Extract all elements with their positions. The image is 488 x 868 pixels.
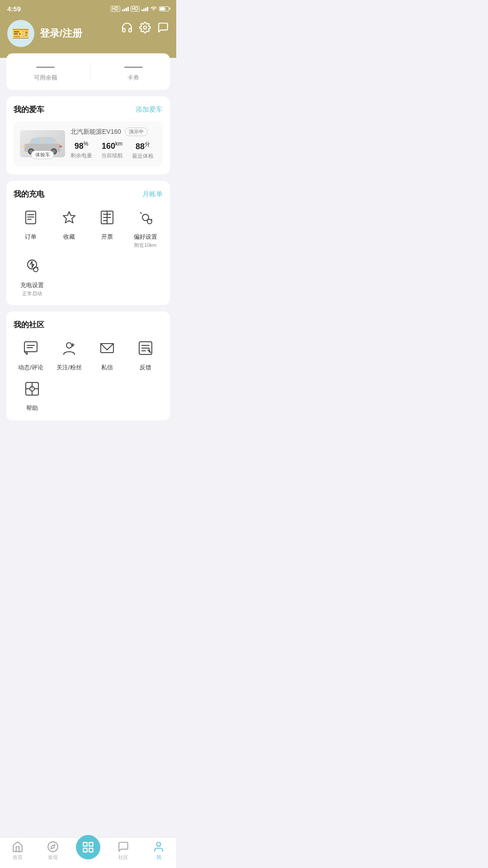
community-icons-grid: 动态/评论 关注/粉丝 xyxy=(14,336,163,372)
signal-bars2 xyxy=(141,6,148,11)
status-time: 4:59 xyxy=(7,5,21,13)
balance-divider xyxy=(90,61,91,82)
my-car-title: 我的爱车 xyxy=(14,104,44,115)
health-value: 88分 xyxy=(132,141,154,151)
feedback-icon xyxy=(134,336,157,360)
message-header-icon[interactable] xyxy=(157,22,169,33)
battery-level: 60 xyxy=(160,7,169,10)
avatar[interactable]: 🎫 xyxy=(7,20,34,47)
coupon-item[interactable]: —— 卡券 xyxy=(124,61,142,82)
svg-rect-9 xyxy=(59,146,62,147)
follow-icon-item[interactable]: 关注/粉丝 xyxy=(52,336,87,372)
header-right xyxy=(121,20,169,33)
available-balance-item[interactable]: —— 可用余额 xyxy=(34,61,57,82)
private-message-icon-item[interactable]: 私信 xyxy=(90,336,125,372)
favorite-icon xyxy=(57,206,81,229)
battery-label: 剩余电量 xyxy=(70,152,92,160)
dynamic-icon-item[interactable]: 动态/评论 xyxy=(14,336,48,372)
charging-title: 我的充电 xyxy=(14,189,44,199)
charging-header: 我的充电 月账单 xyxy=(14,189,163,199)
svg-rect-8 xyxy=(23,146,26,147)
community-header: 我的社区 xyxy=(14,320,163,330)
health-label: 最近体检 xyxy=(132,152,154,160)
invoice-icon-item[interactable]: 开票 xyxy=(90,206,125,249)
preference-icon xyxy=(134,206,157,229)
help-icon: ? xyxy=(20,377,44,401)
range-metric: 160km 当前续航 xyxy=(101,141,123,160)
wifi-icon xyxy=(150,6,157,11)
available-balance-value: —— xyxy=(34,61,57,72)
invoice-label: 开票 xyxy=(101,233,113,241)
car-metrics: 98% 剩余电量 160km 当前续航 88分 xyxy=(70,141,156,160)
settings-icon[interactable] xyxy=(139,22,151,33)
charging-icons-row1: 订单 收藏 xyxy=(14,206,163,249)
header-left: 🎫 登录/注册 xyxy=(7,20,82,47)
monthly-bill-button[interactable]: 月账单 xyxy=(142,190,163,198)
balance-card: —— 可用余额 —— 卡券 xyxy=(6,53,170,90)
available-balance-label: 可用余额 xyxy=(34,74,57,82)
charging-icons-row2: 充电设置 正常启动 xyxy=(14,254,163,297)
hd-label: HD xyxy=(111,6,120,12)
help-label: 帮助 xyxy=(26,404,38,412)
svg-marker-14 xyxy=(63,212,75,223)
my-car-section: 我的爱车 添加爱车 xyxy=(6,96,170,175)
my-charging-section: 我的充电 月账单 订单 xyxy=(6,181,170,305)
svg-text:?: ? xyxy=(30,387,33,392)
range-value: 160km xyxy=(101,141,123,151)
status-bar: 4:59 HD HD xyxy=(0,0,176,16)
header: 🎫 登录/注册 xyxy=(0,16,176,58)
favorite-icon-item[interactable]: 收藏 xyxy=(52,206,87,249)
coupon-label: 卡券 xyxy=(124,74,142,82)
svg-point-0 xyxy=(144,26,147,29)
my-community-section: 我的社区 动态/评论 xyxy=(6,311,170,420)
order-icon-item[interactable]: 订单 xyxy=(14,206,48,249)
headphone-icon[interactable] xyxy=(121,22,133,33)
car-name: 北汽新能源EV160 xyxy=(70,128,121,136)
car-name-row: 北汽新能源EV160 演示中 xyxy=(70,127,156,136)
invoice-icon xyxy=(95,206,119,229)
hd-label2: HD xyxy=(131,6,140,12)
feedback-icon-item[interactable]: 反馈 xyxy=(128,336,163,372)
preference-sublabel: 附近10km xyxy=(134,242,156,249)
order-icon xyxy=(19,206,42,229)
demo-badge: 演示中 xyxy=(125,127,148,136)
range-label: 当前续航 xyxy=(101,152,123,160)
help-icon-item[interactable]: ? 帮助 xyxy=(14,377,51,412)
dynamic-icon xyxy=(19,336,42,360)
svg-rect-3 xyxy=(44,138,53,143)
car-image-container: 体验车 xyxy=(20,130,65,157)
favorite-label: 收藏 xyxy=(63,233,75,241)
community-title: 我的社区 xyxy=(14,320,44,330)
follow-label: 关注/粉丝 xyxy=(56,363,82,372)
car-stats: 北汽新能源EV160 演示中 98% 剩余电量 160km xyxy=(70,127,156,160)
add-car-button[interactable]: 添加爱车 xyxy=(136,105,163,114)
preference-label: 偏好设置 xyxy=(134,233,157,241)
follow-icon xyxy=(57,336,81,360)
car-info: 体验车 北汽新能源EV160 演示中 98% 剩余电量 xyxy=(14,121,163,166)
private-message-icon xyxy=(95,336,119,360)
private-message-label: 私信 xyxy=(101,363,113,372)
battery-icon: 60 xyxy=(159,6,169,11)
charge-settings-icon xyxy=(20,254,44,278)
health-metric: 88分 最近体检 xyxy=(132,141,154,160)
battery-value: 98% xyxy=(70,141,92,151)
preference-icon-item[interactable]: 偏好设置 附近10km xyxy=(128,206,163,249)
charge-settings-label: 充电设置 xyxy=(20,281,44,289)
charge-settings-sublabel: 正常启动 xyxy=(22,290,42,297)
charge-settings-icon-item[interactable]: 充电设置 正常启动 xyxy=(14,254,51,297)
my-car-header: 我的爱车 添加爱车 xyxy=(14,104,163,115)
dynamic-label: 动态/评论 xyxy=(18,363,43,372)
main-content: —— 可用余额 —— 卡券 我的爱车 添加爱车 xyxy=(0,53,176,420)
signal-bars xyxy=(122,6,129,11)
login-register-button[interactable]: 登录/注册 xyxy=(40,27,82,40)
svg-rect-2 xyxy=(31,138,40,143)
coupon-value: —— xyxy=(124,61,142,72)
svg-rect-24 xyxy=(24,342,37,352)
battery-metric: 98% 剩余电量 xyxy=(70,141,92,160)
svg-point-27 xyxy=(66,343,72,348)
feedback-label: 反馈 xyxy=(140,363,151,372)
order-label: 订单 xyxy=(25,233,37,241)
experience-badge: 体验车 xyxy=(31,151,54,159)
avatar-icon: 🎫 xyxy=(12,25,30,42)
status-icons: HD HD 60 xyxy=(111,6,169,12)
